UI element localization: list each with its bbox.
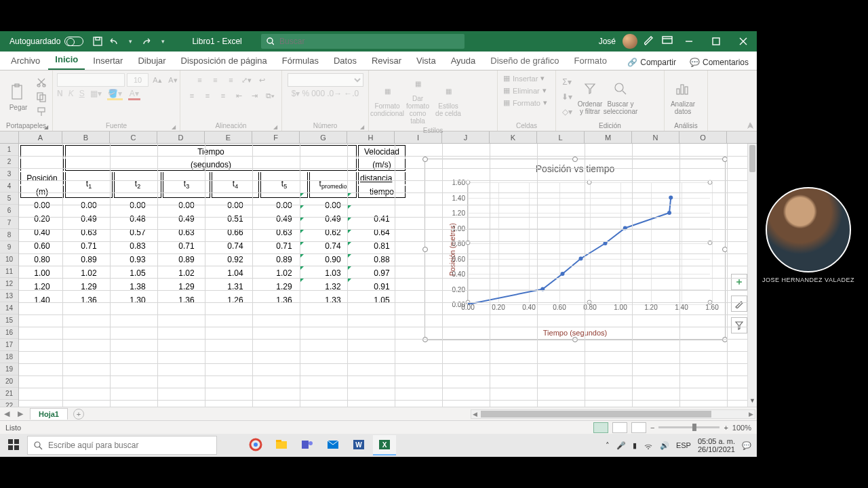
col-header-F[interactable]: F (252, 131, 300, 143)
percent-icon[interactable]: % (302, 89, 309, 98)
tab-disposición-de-página[interactable]: Disposición de página (174, 52, 274, 70)
decrease-decimal-icon[interactable]: ←.0 (344, 89, 359, 98)
embedded-chart[interactable]: Posición vs tiempo Posición (metros) Tie… (425, 159, 726, 340)
align-center-icon[interactable]: ≡ (201, 89, 214, 102)
chart-styles-button[interactable] (731, 296, 747, 312)
tab-revisar[interactable]: Revisar (365, 52, 408, 70)
tab-vista[interactable]: Vista (410, 52, 443, 70)
horizontal-scrollbar[interactable]: ◀ ▶ (471, 409, 755, 419)
view-normal-button[interactable] (593, 422, 608, 433)
save-icon[interactable] (92, 35, 104, 47)
tab-inicio[interactable]: Inicio (48, 51, 85, 70)
add-sheet-button[interactable]: + (73, 409, 84, 420)
borders-icon[interactable]: ▦▾ (90, 89, 102, 100)
paste-button[interactable]: Pegar (4, 82, 33, 111)
col-header-M[interactable]: M (585, 131, 632, 143)
col-header-C[interactable]: C (110, 131, 157, 143)
decrease-indent-icon[interactable]: ⇤ (232, 89, 245, 102)
col-header-D[interactable]: D (157, 131, 205, 143)
start-button[interactable] (0, 439, 27, 452)
zoom-in-button[interactable]: + (724, 424, 728, 432)
minimize-button[interactable] (675, 31, 703, 52)
redo-icon[interactable] (140, 35, 153, 47)
sheet-nav-prev[interactable]: ◀ (0, 409, 14, 418)
taskbar-app-teams[interactable] (296, 435, 319, 455)
tab-insertar[interactable]: Insertar (86, 52, 130, 70)
tray-mic-icon[interactable]: 🎤 (616, 441, 626, 450)
italic-icon[interactable]: K (68, 89, 74, 100)
delete-cells-button[interactable]: ▦Eliminar ▾ (502, 85, 548, 96)
zoom-out-button[interactable]: − (650, 424, 654, 432)
tab-fórmulas[interactable]: Fórmulas (275, 52, 326, 70)
insert-cells-button[interactable]: ▦Insertar ▾ (502, 73, 546, 83)
tell-me-search[interactable] (261, 34, 465, 49)
scroll-thumb[interactable] (749, 145, 755, 172)
align-bottom-icon[interactable]: ≡ (224, 73, 238, 87)
taskbar-app-word[interactable]: W (347, 435, 370, 455)
taskbar-app-mail[interactable] (321, 435, 344, 455)
tab-diseño-de-gráfico[interactable]: Diseño de gráfico (484, 52, 566, 70)
autosum-icon[interactable]: Σ▾ (560, 75, 574, 89)
tray-chevron-icon[interactable]: ˄ (606, 441, 610, 450)
scroll-down-icon[interactable]: ▼ (748, 397, 757, 407)
collapse-ribbon-icon[interactable]: ⮝ (747, 121, 754, 129)
currency-icon[interactable]: $▾ (292, 89, 300, 98)
tab-datos[interactable]: Datos (327, 52, 363, 70)
font-color-icon[interactable]: A▾ (128, 89, 140, 100)
draw-mode-icon[interactable] (644, 35, 655, 48)
copy-icon[interactable] (35, 90, 48, 104)
tab-archivo[interactable]: Archivo (4, 52, 47, 70)
col-header-G[interactable]: G (300, 131, 347, 143)
tray-wifi-icon[interactable] (644, 440, 653, 451)
tray-lang[interactable]: ESP (676, 441, 691, 449)
view-page-layout-button[interactable] (612, 422, 627, 433)
format-cells-button[interactable]: ▦Formato ▾ (502, 98, 549, 108)
align-middle-icon[interactable]: ≡ (209, 73, 222, 87)
bold-icon[interactable]: N (57, 89, 63, 100)
row-headers[interactable]: 1234567891011121314151617181920212223 (0, 144, 19, 407)
avatar[interactable] (623, 34, 637, 49)
windows-search[interactable]: Escribe aquí para buscar (27, 436, 217, 455)
cell-styles-button[interactable]: ▦Estilos de celda (434, 81, 462, 117)
tray-volume-icon[interactable]: 🔊 (660, 441, 669, 450)
col-header-A[interactable]: A (19, 131, 62, 143)
chart-elements-button[interactable]: ＋ (731, 274, 747, 290)
col-header-K[interactable]: K (490, 131, 537, 143)
zoom-level[interactable]: 100% (732, 424, 751, 432)
decrease-font-icon[interactable]: A▾ (166, 73, 180, 87)
font-size-select[interactable] (127, 73, 149, 87)
tab-formato[interactable]: Formato (568, 52, 614, 70)
search-input[interactable] (278, 36, 459, 47)
taskbar-app-chrome[interactable] (244, 435, 267, 455)
col-header-L[interactable]: L (537, 131, 585, 143)
fill-color-icon[interactable]: 🪣▾ (107, 89, 123, 100)
share-button[interactable]: 🔗Compartir (623, 55, 680, 70)
clear-icon[interactable]: ◇▾ (560, 105, 574, 119)
fill-icon[interactable]: ⬇▾ (560, 90, 574, 104)
undo-icon[interactable] (108, 35, 120, 47)
view-page-break-button[interactable] (631, 422, 646, 433)
increase-indent-icon[interactable]: ⇥ (248, 89, 261, 102)
tray-notifications-icon[interactable]: 💬 (742, 441, 751, 450)
analyze-data-button[interactable]: Analizar datos (669, 79, 697, 115)
merge-center-icon[interactable]: ⧉▾ (263, 89, 277, 102)
col-header-B[interactable]: B (62, 131, 110, 143)
ribbon-display-icon[interactable] (662, 35, 673, 48)
sheet-tab[interactable]: Hoja1 (30, 408, 68, 420)
increase-font-icon[interactable]: A▴ (151, 73, 164, 87)
cut-icon[interactable] (35, 75, 48, 89)
undo-dropdown-icon[interactable]: ▾ (124, 35, 136, 47)
conditional-formatting-button[interactable]: ▦Formato condicional (373, 81, 401, 117)
orientation-icon[interactable]: ⤢▾ (240, 73, 254, 87)
tab-ayuda[interactable]: Ayuda (444, 52, 483, 70)
sheet-nav-next[interactable]: ▶ (14, 409, 27, 418)
number-format-select[interactable] (288, 73, 363, 87)
format-painter-icon[interactable] (35, 105, 48, 119)
tray-battery-icon[interactable]: ▮ (633, 441, 637, 450)
align-top-icon[interactable]: ≡ (193, 73, 207, 87)
font-name-select[interactable] (57, 73, 125, 87)
find-select-button[interactable]: Buscar y seleccionar (606, 79, 635, 115)
increase-decimal-icon[interactable]: .0→ (327, 89, 342, 98)
align-right-icon[interactable]: ≡ (216, 89, 230, 102)
tray-clock[interactable]: 05:05 a. m. 26/10/2021 (698, 437, 735, 453)
